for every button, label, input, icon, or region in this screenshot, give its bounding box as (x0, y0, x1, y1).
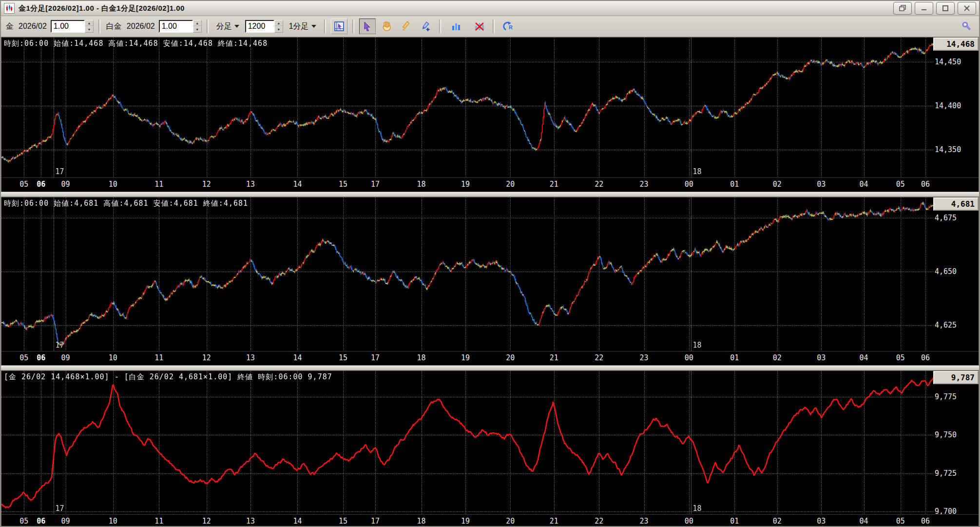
select-arrow-tool-button[interactable] (359, 19, 376, 34)
time-axis-label: 11 (154, 353, 163, 362)
platinum-multiplier-input[interactable] (159, 20, 193, 33)
time-axis-label: 06 (37, 180, 45, 189)
time-axis-label: 02 (773, 353, 782, 362)
spin-down-icon[interactable]: ▼ (274, 26, 283, 33)
app-candlestick-icon (4, 3, 15, 14)
panel-splitter[interactable] (1, 366, 979, 371)
chart-app-window: 金1分足[2026/02]1.00 - 白金1分足[2026/02]1.00 金… (0, 0, 980, 527)
maximize-button[interactable] (936, 2, 955, 15)
pencil-draw-tool-button[interactable] (398, 19, 415, 34)
time-axis-label: 23 (639, 353, 648, 362)
close-button[interactable] (958, 2, 976, 15)
panel-splitter[interactable] (1, 192, 979, 197)
spread-last-price-box: 9,787 (933, 371, 979, 384)
chart-type-button[interactable] (446, 19, 468, 34)
time-axis-label: 09 (61, 353, 70, 362)
time-axis-label: 04 (860, 517, 868, 526)
time-axis-label: 00 (685, 353, 693, 362)
reload-button[interactable]: R (500, 19, 516, 34)
time-axis-label: 17 (371, 517, 380, 526)
time-axis-label: 14 (293, 517, 302, 526)
time-axis-label: 13 (246, 353, 255, 362)
time-axis-label: 00 (685, 180, 693, 189)
platinum-time-axis: 0506091011121314151718192021222300010203… (1, 351, 979, 365)
minimize-button[interactable] (915, 2, 933, 15)
gold-time-axis: 0506091011121314151718192021222300010203… (1, 177, 979, 192)
platinum-contract-month: 2026/02 (127, 22, 155, 31)
time-axis-label: 23 (639, 180, 648, 189)
interval-label: 1分足 (289, 21, 309, 32)
restore-window-button[interactable] (893, 2, 912, 15)
spread-line-plot[interactable] (1, 371, 933, 514)
bar-count-spinner: ▲▼ (245, 20, 283, 33)
gold-label: 金 (6, 21, 14, 32)
platinum-price-axis: 4,6754,6504,625 (933, 197, 979, 351)
interval-dropdown[interactable]: 1分足 (286, 20, 319, 33)
time-axis-label: 05 (19, 517, 28, 526)
time-axis-label: 01 (730, 517, 739, 526)
time-axis-label: 12 (202, 180, 211, 189)
title-bar[interactable]: 金1分足[2026/02]1.00 - 白金1分足[2026/02]1.00 (1, 1, 979, 16)
spin-down-icon[interactable]: ▼ (193, 26, 202, 33)
gold-candlestick-plot[interactable] (1, 38, 933, 177)
toolbar-separator (493, 20, 495, 33)
time-axis-label: 01 (730, 180, 739, 189)
time-axis-label: 20 (506, 180, 515, 189)
chevron-down-icon (234, 25, 239, 30)
time-axis-label: 06 (37, 353, 45, 362)
spin-down-icon[interactable]: ▼ (85, 26, 94, 33)
time-axis-label: 15 (339, 517, 347, 526)
time-axis-label: 05 (896, 517, 905, 526)
time-axis-label: 04 (860, 353, 868, 362)
price-axis-label: 14,350 (935, 145, 961, 154)
hand-pan-tool-button[interactable] (379, 19, 395, 34)
time-axis-label: 17 (371, 180, 380, 189)
price-axis-label: 14,450 (935, 58, 961, 66)
time-axis-label: 12 (202, 517, 211, 526)
time-axis-label: 00 (685, 517, 693, 526)
price-axis-label: 4,625 (935, 321, 957, 330)
time-axis-label: 20 (506, 353, 515, 362)
clear-chart-button[interactable] (471, 19, 488, 34)
time-axis-label: 21 (550, 180, 558, 189)
time-axis-label: 10 (109, 180, 117, 189)
gold-multiplier-spinner: ▲▼ (51, 20, 94, 33)
bar-type-label: 分足 (216, 21, 232, 32)
time-axis-label: 03 (817, 180, 826, 189)
time-axis-label: 05 (19, 180, 28, 189)
time-axis-label: 02 (773, 517, 782, 526)
bar-type-dropdown[interactable]: 分足 (213, 20, 242, 33)
bar-count-input[interactable] (245, 20, 274, 33)
time-axis-label: 17 (371, 353, 380, 362)
spin-up-icon[interactable]: ▲ (193, 20, 202, 26)
time-axis-label: 09 (61, 517, 70, 526)
spread-price-axis: 9,7759,7509,7259,700 (933, 371, 979, 514)
time-axis-label: 20 (506, 517, 515, 526)
time-axis-label: 11 (154, 180, 163, 189)
platinum-chart-panel: 時刻:06:00 始値:4,681 高値:4,681 安値:4,681 終値:4… (1, 197, 979, 366)
time-axis-label: 06 (37, 517, 45, 526)
time-axis-label: 19 (461, 517, 470, 526)
chart-pointer-tool-button[interactable] (331, 19, 347, 34)
time-axis-label: 06 (921, 353, 930, 362)
price-axis-label: 4,650 (935, 267, 957, 276)
spread-chart-panel: [金 26/02 14,468×1.00] - [白金 26/02 4,681×… (1, 371, 979, 527)
time-axis-label: 18 (417, 353, 426, 362)
gold-multiplier-input[interactable] (51, 20, 85, 33)
marker-crosshair-tool-button[interactable] (418, 19, 434, 34)
spin-up-icon[interactable]: ▲ (85, 20, 94, 26)
time-axis-label: 11 (154, 517, 163, 526)
platinum-candlestick-plot[interactable] (1, 197, 933, 351)
chevron-down-icon (311, 25, 316, 30)
toolbar-separator (324, 20, 326, 33)
time-axis-label: 09 (61, 180, 70, 189)
gold-contract-month: 2026/02 (19, 22, 47, 31)
gold-price-axis: 14,45014,40014,350 (933, 38, 979, 177)
time-axis-label: 13 (246, 517, 255, 526)
time-axis-label: 21 (550, 517, 558, 526)
spin-up-icon[interactable]: ▲ (274, 20, 283, 26)
time-axis-label: 01 (730, 353, 739, 362)
settings-wrench-button[interactable] (959, 19, 975, 34)
time-axis-label: 23 (639, 517, 648, 526)
time-axis-label: 05 (896, 353, 905, 362)
